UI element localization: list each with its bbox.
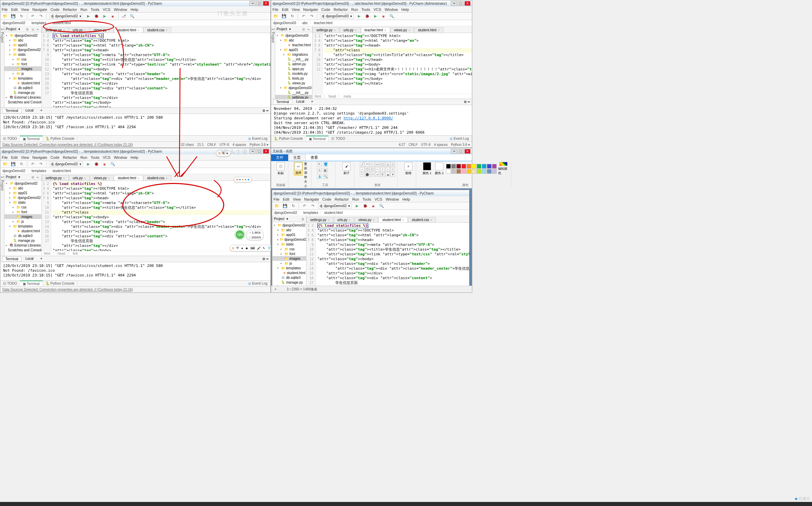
tree-item-student.html[interactable]: student.html (4, 81, 41, 85)
editor-tab-views.py[interactable]: views.py× (90, 175, 114, 181)
tree-item-djangoDemo02[interactable]: ▸djangoDemo02 (4, 47, 41, 52)
terminal-tab-local[interactable]: Local (23, 108, 36, 113)
open-icon[interactable]: 📁 (2, 14, 8, 19)
status-item[interactable]: UTF-8 (421, 143, 430, 147)
close-tab-icon[interactable]: × (63, 176, 65, 180)
color1-button[interactable]: 颜色 1 (422, 162, 433, 175)
menu-run[interactable]: Run (81, 155, 87, 159)
debug-icon[interactable]: 🐞 (94, 162, 99, 167)
refresh-icon[interactable]: ↻ (289, 14, 295, 19)
tree-item-migrations[interactable]: ▸migrations (275, 52, 312, 57)
zoom-tool[interactable]: 🔍 (323, 174, 328, 179)
menu-view[interactable]: View (21, 155, 29, 159)
hide-icon[interactable]: ━ (37, 175, 40, 179)
close-tab-icon[interactable]: × (402, 218, 404, 222)
project-tree[interactable]: ▾djangoDemo02▾abc▸app01▸djangoDemo02▾sta… (4, 32, 41, 107)
editor-tab-student.html[interactable]: student.html× (114, 27, 143, 33)
menu-view[interactable]: View (21, 7, 29, 12)
menu-code[interactable]: Code (321, 7, 330, 12)
crumb[interactable]: teacher.html (314, 21, 332, 25)
menu-code[interactable]: Code (322, 197, 331, 201)
tree-item-font[interactable]: ▸font (272, 251, 306, 256)
paint-canvas[interactable]: djangoDemo02 [D:\Python\Project\djangoDe… (271, 188, 472, 286)
color-swatch[interactable] (461, 164, 466, 169)
menu-file[interactable]: File (2, 7, 8, 12)
color-palette[interactable] (446, 164, 497, 174)
line-gutter[interactable]: 1 2 3 4 5 6 7 8 9 10 11 12 (313, 33, 323, 94)
color2-button[interactable]: 颜色 2 (434, 162, 445, 175)
close-tab-icon[interactable]: × (63, 29, 65, 32)
stop-icon[interactable]: ■ (102, 162, 107, 167)
pencil-tool[interactable]: ✎ (317, 162, 322, 167)
tree-item-manage.py[interactable]: manage.py (272, 280, 306, 285)
tree-item-images[interactable]: images (4, 214, 41, 219)
gear-icon[interactable]: ⚙ (26, 28, 29, 31)
minimize-button[interactable]: ━ (249, 149, 255, 154)
tree-item-images[interactable]: images (4, 66, 41, 71)
editor-tab-student.css[interactable]: student.css× (143, 175, 171, 181)
color-swatch[interactable] (492, 169, 497, 174)
menu-help[interactable]: Help (130, 155, 138, 159)
file-tab[interactable]: 文件 (271, 154, 288, 161)
close-tab-icon[interactable]: × (373, 218, 374, 222)
menu-help[interactable]: Help (401, 7, 409, 12)
color-swatch[interactable] (477, 164, 481, 169)
menu-window[interactable]: Window (114, 155, 127, 159)
menu-edit[interactable]: Edit (283, 197, 289, 201)
save-icon[interactable]: 💾 (11, 162, 16, 167)
menu-file[interactable]: File (273, 197, 280, 201)
brush-button[interactable]: 🖌刷子 (341, 162, 352, 175)
run-icon[interactable]: ▶ (86, 14, 91, 19)
crumb[interactable]: templates (32, 21, 46, 25)
color-swatch[interactable] (492, 164, 497, 169)
gear-icon[interactable]: ⚙ (262, 109, 265, 113)
tree-item-manage.py[interactable]: manage.py (4, 90, 41, 95)
maximize-button[interactable]: ▢ (256, 149, 262, 154)
text-tool[interactable]: A (317, 168, 322, 173)
undo-icon[interactable]: ↷ (38, 162, 43, 167)
refresh-icon[interactable]: ↻ (19, 162, 24, 167)
editor-tab-settings.py[interactable]: settings.py× (313, 27, 339, 33)
tree-item-teacher.html[interactable]: teacher.html (275, 43, 312, 47)
tree-item-css[interactable]: ▸css (4, 57, 41, 62)
close-tab-icon[interactable]: × (384, 29, 386, 32)
terminal-output[interactable]: November 04, 2019 - 21:04:32 Django vers… (271, 105, 472, 135)
status-item[interactable]: 4:27 (399, 143, 405, 147)
menu-help[interactable]: Help (402, 197, 410, 201)
tree-item-js[interactable]: ▸js (272, 261, 306, 266)
editor-tab-views.py[interactable]: views.py× (355, 217, 378, 222)
memory-indicator[interactable]: 72% (234, 229, 245, 240)
tree-item-djangoDemo02[interactable]: ▸djangoDemo02 (4, 195, 41, 200)
tree-item-djangoDemo03[interactable]: ▾djangoDemo03 (275, 33, 312, 38)
color-swatch[interactable] (446, 169, 451, 174)
tree-item-External Libraries[interactable]: ▸External Libraries (272, 285, 306, 286)
menu-refactor[interactable]: Refactor (334, 7, 348, 12)
hide-icon[interactable]: ━ (37, 28, 40, 31)
color-swatch[interactable] (477, 169, 481, 174)
tree-item-css[interactable]: ▸css (272, 247, 306, 251)
tree-item-app01[interactable]: ▾app01 (275, 47, 312, 52)
color-swatch[interactable] (482, 164, 487, 169)
tree-item-font[interactable]: ▸font (4, 62, 41, 66)
minimize-button[interactable]: ━ (249, 1, 255, 6)
editor-tab-urls.py[interactable]: urls.py× (340, 27, 360, 33)
todo-tab[interactable]: ☑ TODO (0, 281, 20, 286)
terminal-output[interactable]: [20/Oct/2019 23:18:15] "GET /mystatic/cs… (0, 262, 270, 280)
crumb[interactable]: student.html (52, 21, 71, 25)
tree-item-db.sqlite3[interactable]: db.sqlite3 (4, 233, 41, 238)
editor-tab-settings.py[interactable]: settings.py× (42, 27, 69, 33)
color-swatch[interactable] (466, 164, 471, 169)
tree-item-db.sqlite3[interactable]: db.sqlite3 (4, 85, 41, 90)
menu-edit[interactable]: Edit (11, 155, 18, 159)
menu-tools[interactable]: Tools (363, 197, 371, 201)
minimize-button[interactable]: ━ (451, 149, 457, 154)
hide-icon[interactable]: ━ (266, 257, 268, 261)
tree-item-External Libraries[interactable]: ▸External Libraries (4, 243, 41, 248)
color-swatch[interactable] (456, 164, 461, 169)
run-config-dropdown[interactable]: dj djangoDemo03 ▾ (320, 14, 354, 19)
terminal-tab[interactable]: ▣ Terminal (306, 136, 329, 141)
color-swatch[interactable] (466, 169, 471, 174)
close-button[interactable]: ✕ (263, 1, 269, 6)
terminal-output[interactable]: [20/Oct/2019 23:18:15] "GET /mystatic/cs… (0, 114, 270, 135)
event-log-button[interactable]: Event Log (447, 136, 472, 141)
